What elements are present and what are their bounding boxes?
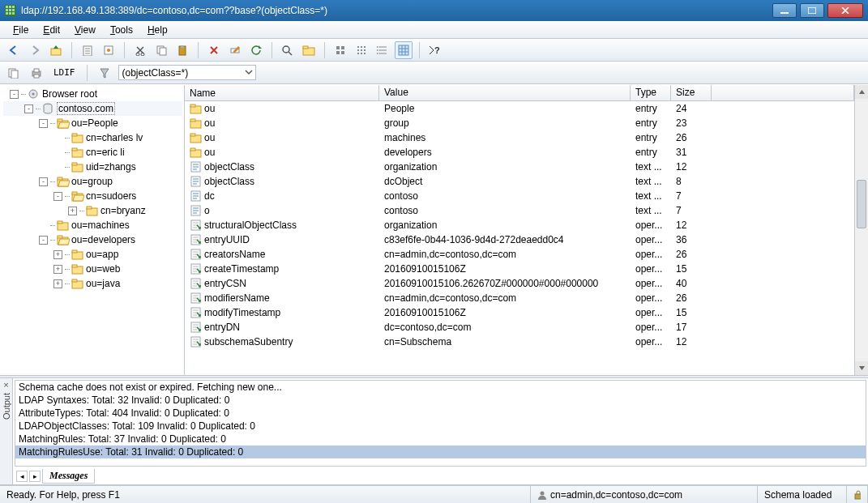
list-row[interactable]: modifyTimestamp20160910015106Zoper...15 — [185, 305, 854, 320]
tree-pane[interactable]: -Browser root-contoso.com-ou=Peoplecn=ch… — [0, 85, 185, 375]
menu-help[interactable]: Help — [141, 23, 174, 37]
filter-input[interactable] — [118, 65, 256, 80]
tree-twisty[interactable]: - — [39, 119, 48, 128]
col-type[interactable]: Type — [631, 85, 671, 100]
list-row[interactable]: subschemaSubentrycn=Subschemaoper...12 — [185, 335, 854, 349]
ldif-label[interactable]: LDIF — [50, 67, 79, 78]
tab-messages[interactable]: Messages — [42, 469, 95, 484]
tree-item[interactable]: -ou=developers — [3, 232, 182, 247]
menu-view[interactable]: View — [68, 23, 102, 37]
tree-item[interactable]: -ou=group — [3, 174, 182, 189]
maximize-button[interactable] — [800, 3, 824, 18]
tree-twisty[interactable]: + — [53, 265, 62, 274]
list-row[interactable]: createTimestamp20160910015106Zoper...15 — [185, 262, 854, 276]
tree-item[interactable]: -Browser root — [3, 87, 182, 101]
output-lines[interactable]: Schema cache does not exist or expired. … — [15, 380, 866, 467]
tree-twisty[interactable]: - — [24, 104, 33, 113]
tree-twisty[interactable]: + — [68, 207, 77, 215]
tab-prev-icon[interactable]: ◂ — [16, 471, 28, 482]
properties-button[interactable] — [100, 41, 118, 59]
output-close-icon[interactable]: × — [3, 380, 8, 390]
tree-label: uid=zhangs — [86, 161, 136, 173]
tree-item[interactable]: +ou=app — [3, 247, 182, 262]
output-line[interactable]: AttributeTypes: Total: 404 Invalid: 0 Du… — [15, 407, 866, 420]
folder-button[interactable] — [300, 41, 318, 59]
paste-button[interactable] — [173, 41, 191, 59]
up-button[interactable] — [47, 41, 65, 59]
list-row[interactable]: entryDNdc=contoso,dc=comoper...17 — [185, 320, 854, 335]
rename-button[interactable] — [226, 41, 244, 59]
list-row[interactable]: structuralObjectClassorganizationoper...… — [185, 218, 854, 232]
cell-size: 26 — [671, 249, 712, 260]
list-scrollbar[interactable] — [854, 85, 868, 375]
list-row[interactable]: entryCSN20160910015106.262670Z#000000#00… — [185, 276, 854, 291]
copy-button[interactable] — [152, 41, 170, 59]
list-row[interactable]: ouPeopleentry24 — [185, 101, 854, 116]
view-small-icon[interactable] — [353, 41, 370, 59]
scroll-down-icon[interactable] — [855, 361, 868, 375]
tree-item[interactable]: cn=eric li — [3, 145, 182, 160]
svg-point-23 — [283, 46, 289, 53]
menu-tools[interactable]: Tools — [104, 23, 139, 37]
col-size[interactable]: Size — [671, 85, 712, 100]
output-line[interactable]: LDAP Syntaxes: Total: 32 Invalid: 0 Dupl… — [15, 394, 866, 407]
tree-item[interactable]: -cn=sudoers — [3, 189, 182, 203]
tree-item[interactable]: -ou=People — [3, 116, 182, 130]
svg-rect-7 — [6, 12, 8, 15]
tree-item[interactable]: +ou=java — [3, 276, 182, 291]
list-row[interactable]: objectClassorganizationtext ...12 — [185, 160, 854, 174]
tree-twisty[interactable]: + — [53, 250, 62, 259]
tree-item[interactable]: -contoso.com — [3, 101, 182, 116]
print-button[interactable] — [28, 64, 45, 82]
output-line[interactable]: LDAPObjectClasses: Total: 109 Invalid: 0… — [15, 420, 866, 433]
list-row[interactable]: dccontosotext ...7 — [185, 189, 854, 203]
tree-twisty[interactable]: + — [53, 279, 62, 288]
output-line[interactable]: Schema cache does not exist or expired. … — [15, 381, 866, 394]
tree-twisty[interactable]: - — [39, 236, 48, 245]
col-name[interactable]: Name — [185, 85, 379, 100]
menu-edit[interactable]: Edit — [36, 23, 66, 37]
help-button[interactable]: ? — [426, 41, 444, 59]
output-line[interactable]: MatchingRules: Total: 37 Invalid: 0 Dupl… — [15, 433, 866, 445]
menu-file[interactable]: File — [6, 23, 35, 37]
delete-button[interactable] — [205, 41, 223, 59]
list-row[interactable]: ocontosotext ...7 — [185, 203, 854, 218]
list-row[interactable]: oumachinesentry26 — [185, 130, 854, 145]
tree-item[interactable]: +cn=bryanz — [3, 203, 182, 218]
tree-item[interactable]: uid=zhangs — [3, 160, 182, 174]
tree-twisty[interactable]: - — [53, 192, 62, 201]
filter-combo[interactable] — [118, 65, 256, 80]
forward-button[interactable] — [26, 41, 44, 59]
list-row[interactable]: oudevelopersentry31 — [185, 145, 854, 160]
tree-twisty[interactable]: - — [39, 177, 48, 186]
scroll-up-icon[interactable] — [855, 85, 868, 99]
filter-funnel-icon[interactable] — [96, 64, 113, 82]
tree-item[interactable]: +ou=web — [3, 262, 182, 276]
view-list-icon[interactable] — [374, 41, 391, 59]
list-row[interactable]: ougroupentry23 — [185, 116, 854, 130]
view-large-icon[interactable] — [331, 41, 349, 59]
new-entry-button[interactable] — [79, 41, 96, 59]
minimize-button[interactable] — [772, 3, 797, 18]
back-button[interactable] — [5, 41, 23, 59]
cell-size: 15 — [671, 307, 712, 318]
list-row[interactable]: objectClassdcObjecttext ...8 — [185, 174, 854, 189]
list-header[interactable]: Name Value Type Size — [185, 85, 854, 101]
col-value[interactable]: Value — [379, 85, 631, 100]
tree-twisty[interactable]: - — [10, 90, 19, 99]
scroll-thumb[interactable] — [857, 180, 866, 228]
list-row[interactable]: entryUUIDc83ef6fe-0b44-1036-9d4d-272deae… — [185, 232, 854, 247]
copy-dn-button[interactable] — [5, 64, 23, 82]
tree-item[interactable]: cn=charles lv — [3, 130, 182, 145]
close-button[interactable] — [827, 3, 863, 18]
list-row[interactable]: creatorsNamecn=admin,dc=contoso,dc=comop… — [185, 247, 854, 262]
cut-button[interactable] — [131, 41, 149, 59]
search-button[interactable] — [279, 41, 297, 59]
tree-item[interactable]: ou=machines — [3, 218, 182, 232]
view-details-icon[interactable] — [395, 41, 413, 59]
output-line[interactable]: MatchingRulesUse: Total: 31 Invalid: 0 D… — [15, 445, 866, 458]
list-row[interactable]: modifiersNamecn=admin,dc=contoso,dc=como… — [185, 291, 854, 305]
tab-next-icon[interactable]: ▸ — [29, 471, 41, 482]
list-body[interactable]: ouPeopleentry24ougroupentry23oumachinese… — [185, 101, 854, 375]
refresh-button[interactable] — [247, 41, 265, 59]
